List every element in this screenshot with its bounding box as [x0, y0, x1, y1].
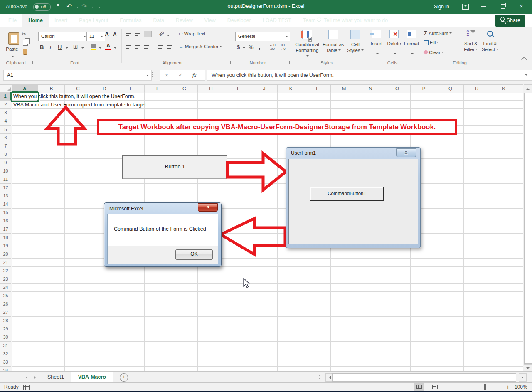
- zoom-slider-track[interactable]: [470, 387, 505, 387]
- format-as-table-button[interactable]: Format asTable: [321, 30, 346, 40]
- row-header-24[interactable]: 24: [0, 284, 11, 292]
- decrease-indent-icon[interactable]: [158, 45, 163, 49]
- font-name-select[interactable]: Calibri: [38, 32, 88, 41]
- insert-function-icon[interactable]: fx: [192, 70, 196, 80]
- row-header-32[interactable]: 32: [0, 350, 11, 358]
- hscroll-right-button[interactable]: [519, 373, 527, 382]
- next-sheet-icon[interactable]: [34, 376, 37, 379]
- find-select-button[interactable]: Find &Select: [480, 29, 500, 37]
- fill-handle[interactable]: [37, 100, 40, 103]
- restore-icon[interactable]: [501, 4, 505, 9]
- format-painter-icon[interactable]: [23, 49, 27, 55]
- column-header-B[interactable]: B: [38, 85, 65, 92]
- ribbon-tab-formulas[interactable]: Formulas: [114, 14, 147, 27]
- tab-splitter-grip-icon[interactable]: [319, 375, 320, 376]
- currency-caret-icon[interactable]: [243, 47, 245, 50]
- row-header-21[interactable]: 21: [0, 259, 11, 267]
- column-header-I[interactable]: I: [224, 85, 251, 92]
- decrease-font-icon[interactable]: A: [113, 32, 117, 37]
- alignment-dialog-launcher-icon[interactable]: [227, 61, 231, 64]
- cell-styles-button[interactable]: CellStyles: [347, 30, 364, 40]
- row-header-2[interactable]: 2: [0, 101, 11, 109]
- delete-cells-button[interactable]: × Delete: [386, 30, 402, 39]
- currency-icon[interactable]: $: [237, 44, 240, 50]
- align-middle-icon[interactable]: [135, 32, 140, 36]
- ribbon-tab-developer[interactable]: Developer: [222, 14, 257, 27]
- row-header-5[interactable]: 5: [0, 126, 11, 134]
- row-header-9[interactable]: 9: [0, 159, 11, 167]
- align-top-icon[interactable]: [126, 32, 131, 36]
- decrease-decimal-icon[interactable]: .00→.0: [279, 43, 286, 51]
- zoom-slider-thumb[interactable]: [484, 384, 486, 390]
- comma-icon[interactable]: ,: [259, 43, 260, 51]
- ribbon-tab-data[interactable]: Data: [147, 14, 170, 27]
- increase-indent-icon[interactable]: [167, 45, 172, 49]
- cancel-entry-icon[interactable]: ×: [165, 70, 168, 80]
- cell-selection-a1[interactable]: [11, 92, 39, 102]
- scroll-up-button[interactable]: [524, 84, 532, 92]
- increase-decimal-icon[interactable]: ←.0.00: [269, 43, 276, 51]
- underline-button[interactable]: U: [58, 44, 62, 50]
- ribbon-tab-insert[interactable]: Insert: [49, 14, 73, 27]
- row-header-4[interactable]: 4: [0, 117, 11, 126]
- font-color-icon[interactable]: A: [106, 43, 110, 49]
- add-sheet-button[interactable]: +: [120, 373, 128, 382]
- clipboard-dialog-launcher-icon[interactable]: [29, 61, 33, 64]
- userform-close-button[interactable]: X: [396, 148, 416, 157]
- formula-input[interactable]: When you click this button, it will open…: [207, 70, 532, 81]
- format-cells-button[interactable]: Format: [403, 30, 420, 39]
- font-color-caret-icon[interactable]: [114, 47, 116, 50]
- align-bottom-icon[interactable]: [144, 31, 152, 37]
- row-header-31[interactable]: 31: [0, 342, 11, 350]
- row-header-12[interactable]: 12: [0, 184, 11, 192]
- row-header-20[interactable]: 20: [0, 250, 11, 259]
- column-header-R[interactable]: R: [464, 85, 490, 92]
- column-header-E[interactable]: E: [118, 85, 145, 92]
- page-layout-view-button[interactable]: [429, 383, 440, 391]
- borders-caret-icon[interactable]: [81, 47, 84, 50]
- ribbon-tab-page-layout[interactable]: Page Layout: [73, 14, 114, 27]
- ribbon-tab-file[interactable]: File: [2, 14, 22, 27]
- command-button-1[interactable]: CommandButton1: [310, 187, 384, 201]
- collapse-ribbon-icon[interactable]: [521, 57, 527, 62]
- ok-button[interactable]: OK: [175, 249, 213, 260]
- dialog-close-button[interactable]: ×: [198, 203, 218, 212]
- merge-center-button[interactable]: ↔ Merge & Center: [179, 44, 222, 49]
- row-header-6[interactable]: 6: [0, 134, 11, 142]
- column-header-G[interactable]: G: [171, 85, 198, 92]
- column-header-F[interactable]: F: [145, 85, 171, 92]
- row-header-15[interactable]: 15: [0, 209, 11, 217]
- column-header-K[interactable]: K: [278, 85, 304, 92]
- wrap-text-button[interactable]: ↩ Wrap Text: [179, 31, 205, 37]
- ribbon-tab-home[interactable]: Home: [22, 14, 49, 27]
- paste-button[interactable]: Paste: [3, 29, 21, 58]
- share-button[interactable]: Share: [495, 15, 525, 27]
- row-header-27[interactable]: 27: [0, 308, 11, 317]
- row-header-30[interactable]: 30: [0, 333, 11, 342]
- insert-cells-button[interactable]: Insert: [368, 30, 385, 39]
- font-size-select[interactable]: 11: [86, 32, 105, 41]
- column-header-O[interactable]: O: [384, 85, 411, 92]
- ribbon-display-options-icon[interactable]: [462, 4, 469, 10]
- cut-icon[interactable]: ✂: [22, 31, 26, 37]
- orientation-caret-icon[interactable]: [167, 35, 170, 37]
- ribbon-tab-review[interactable]: Review: [170, 14, 199, 27]
- row-header-29[interactable]: 29: [0, 325, 11, 333]
- align-center-icon[interactable]: [135, 45, 140, 49]
- close-icon[interactable]: ×: [520, 2, 523, 10]
- prev-sheet-icon[interactable]: [24, 376, 27, 379]
- fill-color-icon[interactable]: [91, 44, 96, 48]
- vertical-scroll-thumb[interactable]: [524, 93, 532, 364]
- column-header-M[interactable]: M: [331, 85, 357, 92]
- row-header-17[interactable]: 17: [0, 225, 11, 234]
- tell-me-box[interactable]: Tell me what you want to do: [317, 14, 388, 27]
- row-header-1[interactable]: 1: [0, 92, 11, 101]
- autosum-button[interactable]: Σ AutoSum: [424, 30, 452, 36]
- sort-filter-button[interactable]: AZ Sort &Filter: [461, 29, 480, 37]
- italic-button[interactable]: I: [49, 44, 51, 51]
- orientation-icon[interactable]: ab: [158, 30, 165, 37]
- row-header-33[interactable]: 33: [0, 358, 11, 367]
- copy-icon[interactable]: [23, 40, 28, 46]
- column-header-D[interactable]: D: [91, 85, 118, 92]
- macro-record-icon[interactable]: [23, 385, 30, 390]
